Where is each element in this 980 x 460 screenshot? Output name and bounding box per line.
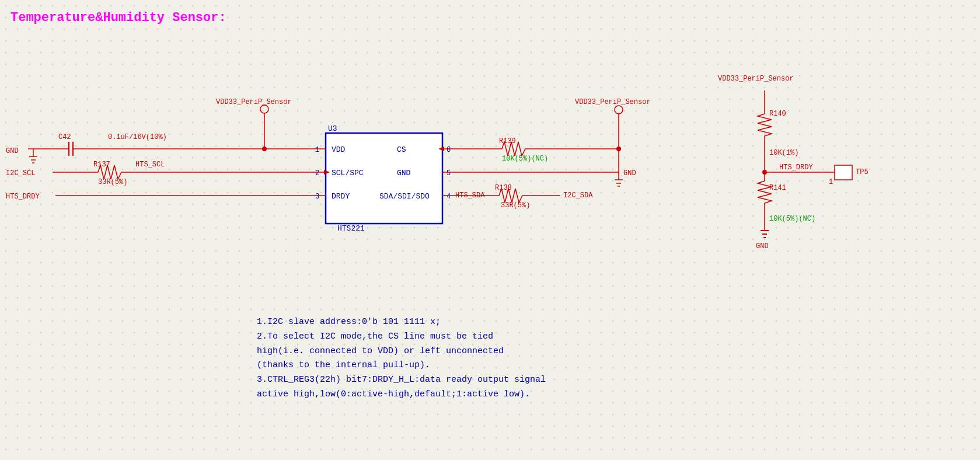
r137-val: 33R(5%) — [98, 178, 127, 186]
i2c-sda-label: I2C_SDA — [563, 191, 593, 200]
r141-ref: R141 — [769, 184, 786, 192]
ic-ref: U3 — [328, 124, 337, 133]
r139-val: 10K(5%)(NC) — [502, 155, 548, 163]
pin6-num: 6 — [447, 146, 451, 154]
gnd-label-left: GND — [6, 147, 19, 155]
annotation-line-1: 1.I2C slave address:0'b 101 1111 x; — [257, 315, 546, 330]
power-label-right: VDD33_PeriP_Sensor — [575, 98, 651, 106]
pin-scl-label: SCL/SPC — [332, 169, 364, 177]
annotation-line-5: 3.CTRL_REG3(22h) bit7:DRDY_H_L:data read… — [257, 373, 546, 388]
tp5-box — [835, 165, 852, 180]
c42-ref: C42 — [58, 133, 71, 141]
tp5-pin: 1 — [829, 178, 833, 186]
pin2-num: 2 — [315, 169, 319, 177]
annotation-line-3: high(i.e. connected to VDD) or left unco… — [257, 344, 546, 359]
ic-part: HTS221 — [337, 224, 365, 233]
hts-scl-label: HTS_SCL — [135, 161, 165, 169]
r140-ref: R140 — [769, 110, 786, 118]
r140-val: 10K(1%) — [769, 149, 798, 157]
r139-ref: R139 — [499, 137, 516, 145]
pin4-num: 4 — [447, 193, 451, 201]
pin3-num: 3 — [315, 193, 319, 201]
gnd-label-right: GND — [623, 169, 636, 177]
annotation-line-2: 2.To select I2C mode,the CS line must be… — [257, 330, 546, 344]
annotation-line-6: active high,low(0:active-high,default;1:… — [257, 388, 546, 402]
power-circle-left — [260, 105, 268, 113]
i2c-scl-label: I2C_SCL — [6, 169, 35, 177]
hts-drdy-label-right: HTS_DRDY — [779, 163, 813, 172]
pin-cs-label: CS — [397, 145, 406, 154]
gnd-label-bottom: GND — [756, 242, 769, 250]
pin-gnd-label: GND — [397, 169, 411, 177]
power-label-topright: VDD33_PeriP_Sensor — [718, 75, 794, 83]
pin-sda-label: SDA/SDI/SDO — [379, 192, 430, 201]
pin1-num: 1 — [315, 146, 319, 154]
tp5-label: TP5 — [856, 168, 869, 176]
r141-val: 10K(5%)(NC) — [769, 215, 815, 223]
pin5-num: 5 — [447, 169, 451, 177]
pin-vdd-label: VDD — [332, 145, 346, 154]
pin-drdy-label: DRDY — [332, 192, 350, 201]
hts-drdy-label-left: HTS_DRDY — [6, 193, 40, 201]
annotation-line-4: (thanks to the internal pull-up). — [257, 358, 546, 373]
annotation-block: 1.I2C slave address:0'b 101 1111 x; 2.To… — [257, 315, 546, 402]
schematic-area: Temperature&Humidity Sensor: U3 HTS221 V… — [0, 0, 980, 460]
r138-val: 33R(5%) — [501, 201, 530, 210]
power-label-left: VDD33_PeriP_Sensor — [216, 98, 292, 106]
power-circle-right — [615, 106, 623, 114]
c42-val: 0.1uF/16V(10%) — [108, 133, 167, 141]
